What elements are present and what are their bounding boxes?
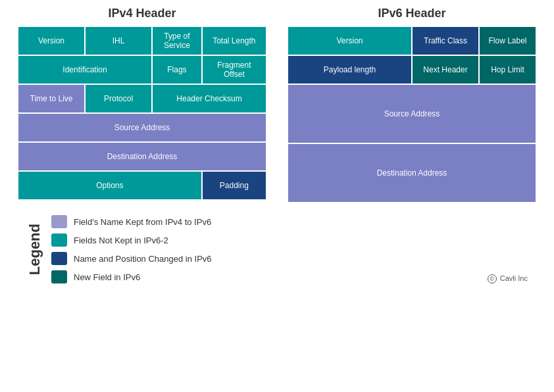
- copyright-text: Cavli Inc: [500, 274, 528, 282]
- ipv4-table: Version IHL Type of Service Total Length…: [17, 26, 267, 201]
- ipv6-title: IPv6 Header: [378, 7, 445, 20]
- legend-title: Legend: [26, 224, 43, 275]
- legend-items: Field's Name Kept from IPv4 to IPv6 Fiel…: [51, 215, 212, 283]
- ipv4-version: Version: [18, 26, 85, 55]
- ipv6-next-header: Next Header: [412, 55, 479, 84]
- ipv6-hop-limit: Hop Limit: [479, 55, 536, 84]
- table-row: Version Traffic Class Flow Label: [288, 26, 536, 55]
- table-row: Source Address: [288, 84, 536, 143]
- table-row: Destination Address: [18, 142, 266, 171]
- table-row: Identification Flags Fragment Offset: [18, 55, 266, 84]
- legend-color-purple: [51, 215, 67, 228]
- list-item: New Field in IPv6: [51, 270, 212, 283]
- ipv4-identification: Identification: [18, 55, 152, 84]
- list-item: Name and Position Changed in IPv6: [51, 252, 212, 265]
- list-item: Field's Name Kept from IPv4 to IPv6: [51, 215, 212, 228]
- ipv6-flow-label: Flow Label: [479, 26, 536, 55]
- legend-label-3: Name and Position Changed in IPv6: [74, 254, 212, 264]
- ipv4-source: Source Address: [18, 113, 266, 142]
- ipv4-options: Options: [18, 171, 202, 200]
- ipv4-total-length: Total Length: [202, 26, 266, 55]
- ipv6-source: Source Address: [288, 84, 536, 143]
- table-row: Time to Live Protocol Header Checksum: [18, 84, 266, 113]
- ipv6-version: Version: [288, 26, 412, 55]
- ipv4-protocol: Protocol: [85, 84, 152, 113]
- copyright-icon: ©: [488, 274, 497, 283]
- ipv6-section: IPv6 Header Version Traffic Class Flow L…: [287, 7, 537, 203]
- table-row: Options Padding: [18, 171, 266, 200]
- ipv4-fragment-offset: Fragment Offset: [202, 55, 266, 84]
- legend-label-4: New Field in IPv6: [74, 272, 140, 282]
- ipv4-title: IPv4 Header: [108, 7, 176, 20]
- legend-color-teal: [51, 233, 67, 247]
- ipv4-flags: Flags: [152, 55, 202, 84]
- table-row: Destination Address: [288, 143, 536, 203]
- ipv6-dest: Destination Address: [288, 143, 536, 203]
- ipv4-ttl: Time to Live: [18, 84, 85, 113]
- copyright: © Cavli Inc: [488, 274, 534, 283]
- table-row: Version IHL Type of Service Total Length: [18, 26, 266, 55]
- ipv4-padding: Padding: [202, 171, 266, 200]
- list-item: Fields Not Kept in IPv6-2: [51, 233, 212, 247]
- ipv4-section: IPv4 Header Version IHL Type of Service …: [17, 7, 267, 201]
- ipv6-traffic-class: Traffic Class: [412, 26, 479, 55]
- legend-color-dark-blue: [51, 252, 67, 265]
- ipv4-checksum: Header Checksum: [152, 84, 266, 113]
- main-container: IPv4 Header Version IHL Type of Service …: [13, 7, 541, 203]
- ipv6-payload-length: Payload length: [288, 55, 412, 84]
- table-row: Source Address: [18, 113, 266, 142]
- ipv4-dest: Destination Address: [18, 142, 266, 171]
- ipv6-table: Version Traffic Class Flow Label Payload…: [287, 26, 537, 203]
- legend-section: Legend Field's Name Kept from IPv4 to IP…: [20, 215, 488, 283]
- ipv4-tos: Type of Service: [152, 26, 202, 55]
- legend-label-2: Fields Not Kept in IPv6-2: [74, 235, 168, 245]
- legend-label-1: Field's Name Kept from IPv4 to IPv6: [74, 217, 211, 227]
- ipv4-ihl: IHL: [85, 26, 152, 55]
- table-row: Payload length Next Header Hop Limit: [288, 55, 536, 84]
- legend-color-dark-teal: [51, 270, 67, 283]
